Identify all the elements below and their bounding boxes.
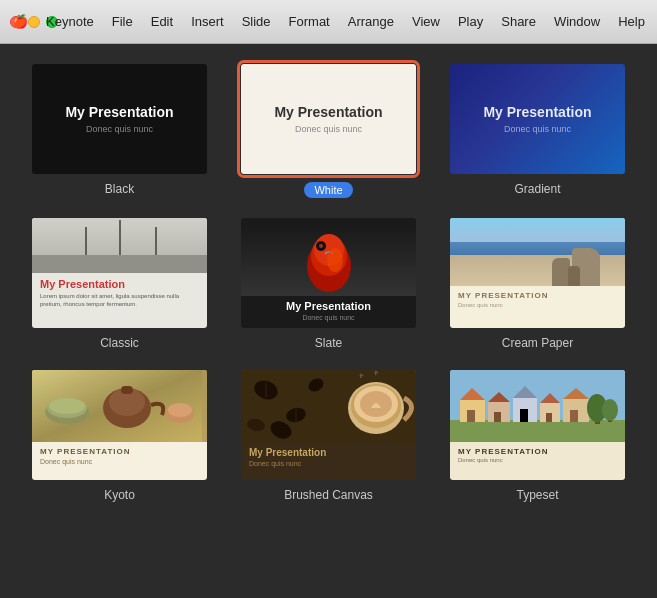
classic-body: Lorem ipsum dolor sit amet, ligula suspe…	[40, 292, 199, 309]
svg-rect-35	[494, 412, 501, 422]
theme-label-slate: Slate	[315, 336, 342, 350]
brushed-sub: Donec quis nunc	[249, 460, 408, 467]
white-badge: White	[304, 182, 352, 198]
theme-label-classic: Classic	[100, 336, 139, 350]
menu-insert[interactable]: Insert	[183, 11, 232, 32]
theme-item-typeset[interactable]: MY PRESENTATION Donec quis nunc Typeset	[448, 370, 627, 502]
title-bar: 🍎 Keynote File Edit Insert Slide Format …	[0, 0, 657, 44]
cream-title: MY PRESENTATION	[458, 291, 617, 300]
theme-thumbnail-brushed-canvas[interactable]: My Presentation Donec quis nunc	[241, 370, 416, 480]
menu-view[interactable]: View	[404, 11, 448, 32]
theme-label-gradient: Gradient	[514, 182, 560, 196]
svg-rect-32	[467, 410, 475, 422]
menu-play[interactable]: Play	[450, 11, 491, 32]
theme-label-kyoto: Kyoto	[104, 488, 135, 502]
theme-label-cream-paper: Cream Paper	[502, 336, 573, 350]
theme-item-white[interactable]: My Presentation Donec quis nunc White	[239, 64, 418, 198]
theme-item-gradient[interactable]: My Presentation Donec quis nunc Gradient	[448, 64, 627, 198]
svg-point-4	[319, 244, 323, 248]
parrot-area	[241, 226, 416, 296]
theme-item-black[interactable]: My Presentation Donec quis nunc Black	[30, 64, 209, 198]
svg-point-5	[327, 248, 343, 272]
white-subtitle: Donec quis nunc	[295, 124, 362, 134]
menu-edit[interactable]: Edit	[143, 11, 181, 32]
classic-title: My Presentation	[40, 278, 199, 290]
theme-label-brushed-canvas: Brushed Canvas	[284, 488, 373, 502]
theme-thumbnail-gradient[interactable]: My Presentation Donec quis nunc	[450, 64, 625, 174]
theme-thumbnail-typeset[interactable]: MY PRESENTATION Donec quis nunc	[450, 370, 625, 480]
svg-point-9	[49, 398, 85, 414]
theme-thumbnail-black[interactable]: My Presentation Donec quis nunc	[32, 64, 207, 174]
cream-sub: Donec quis nunc	[458, 302, 617, 308]
menu-slide[interactable]: Slide	[234, 11, 279, 32]
slate-title: My Presentation	[286, 300, 371, 312]
theme-item-classic[interactable]: My Presentation Lorem ipsum dolor sit am…	[30, 218, 209, 350]
menu-help[interactable]: Help	[610, 11, 653, 32]
theme-item-cream-paper[interactable]: MY PRESENTATION Donec quis nunc Cream Pa…	[448, 218, 627, 350]
brushed-title: My Presentation	[249, 447, 408, 458]
brushed-svg	[241, 370, 416, 442]
kyoto-sub: Donec quis nunc	[40, 458, 199, 465]
black-subtitle: Donec quis nunc	[86, 124, 153, 134]
svg-rect-41	[546, 413, 552, 422]
menu-format[interactable]: Format	[281, 11, 338, 32]
menu-items: 🍎 Keynote File Edit Insert Slide Format …	[4, 11, 653, 32]
typeset-svg	[450, 370, 625, 442]
theme-thumbnail-kyoto[interactable]: MY PRESENTATION Donec quis nunc	[32, 370, 207, 480]
typeset-title: MY PRESENTATION	[458, 447, 617, 456]
theme-thumbnail-classic[interactable]: My Presentation Lorem ipsum dolor sit am…	[32, 218, 207, 328]
svg-point-48	[602, 399, 618, 421]
menu-arrange[interactable]: Arrange	[340, 11, 402, 32]
kyoto-svg	[32, 370, 202, 442]
svg-rect-12	[121, 386, 133, 394]
menu-window[interactable]: Window	[546, 11, 608, 32]
brushed-top	[241, 370, 416, 442]
parrot-svg	[299, 228, 359, 293]
menu-file[interactable]: File	[104, 11, 141, 32]
gradient-title: My Presentation	[483, 104, 591, 120]
theme-grid: My Presentation Donec quis nunc Black My…	[0, 44, 657, 522]
theme-label-black: Black	[105, 182, 134, 196]
theme-item-kyoto[interactable]: MY PRESENTATION Donec quis nunc Kyoto	[30, 370, 209, 502]
kyoto-title: MY PRESENTATION	[40, 447, 199, 456]
menu-keynote[interactable]: Keynote	[38, 11, 102, 32]
theme-item-slate[interactable]: My Presentation Donec quis nunc Slate	[239, 218, 418, 350]
theme-label-typeset: Typeset	[516, 488, 558, 502]
white-title: My Presentation	[274, 104, 382, 120]
black-title: My Presentation	[65, 104, 173, 120]
kyoto-top	[32, 370, 207, 442]
svg-rect-44	[570, 410, 578, 422]
slate-sub: Donec quis nunc	[302, 314, 354, 321]
typeset-top	[450, 370, 625, 442]
theme-item-brushed-canvas[interactable]: My Presentation Donec quis nunc Brushed …	[239, 370, 418, 502]
svg-rect-38	[520, 409, 528, 422]
theme-thumbnail-cream-paper[interactable]: MY PRESENTATION Donec quis nunc	[450, 218, 625, 328]
typeset-sub: Donec quis nunc	[458, 457, 617, 463]
theme-thumbnail-slate[interactable]: My Presentation Donec quis nunc	[241, 218, 416, 328]
svg-point-14	[168, 403, 192, 417]
menu-apple[interactable]: 🍎	[4, 11, 36, 32]
gradient-subtitle: Donec quis nunc	[504, 124, 571, 134]
theme-thumbnail-white[interactable]: My Presentation Donec quis nunc	[241, 64, 416, 174]
menu-bar: 🍎 Keynote File Edit Insert Slide Format …	[0, 11, 657, 32]
menu-share[interactable]: Share	[493, 11, 544, 32]
